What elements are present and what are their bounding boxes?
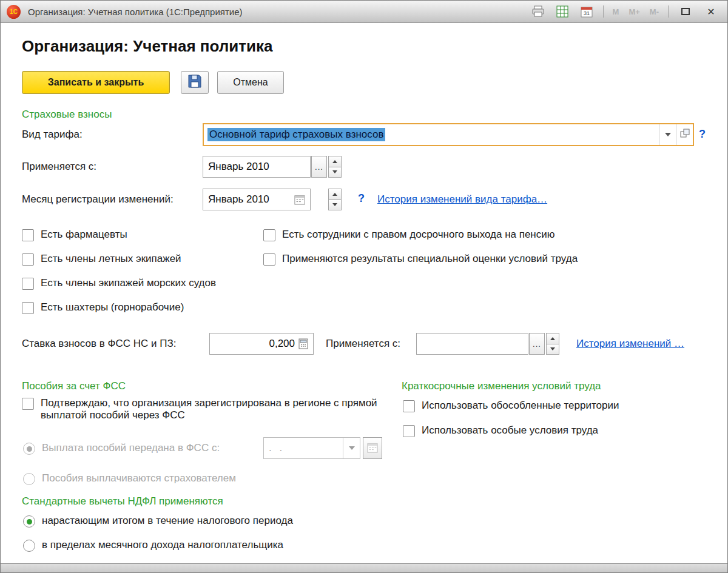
rate-history-link[interactable]: История изменений …	[576, 338, 684, 350]
checkbox-label: Использовать особые условия труда	[422, 424, 598, 437]
maximize-button[interactable]	[675, 4, 696, 19]
checkbox-special-work-conditions[interactable]: Использовать особые условия труда	[403, 424, 598, 437]
save-floppy-icon	[187, 74, 202, 91]
section-ndfl-title: Стандартные вычеты НДФЛ применяются	[22, 495, 223, 508]
fss-rate-input[interactable]: 0,200	[209, 333, 314, 355]
window-bottom-frame	[1, 563, 727, 572]
checkbox-icon	[403, 400, 415, 412]
maximize-icon	[681, 8, 690, 15]
applies-from-more-button[interactable]: ...	[311, 156, 327, 178]
arrow-up-icon	[550, 337, 555, 340]
memory-mminus-button[interactable]: M-	[647, 7, 661, 16]
form-body: Организация: Учетная политика Записать и…	[1, 24, 727, 563]
page-title: Организация: Учетная политика	[22, 37, 272, 56]
arrow-down-icon	[332, 170, 337, 173]
arrow-up-icon	[332, 193, 337, 196]
window-title: Организация: Учетная политика (1С:Предпр…	[28, 7, 242, 17]
reg-month-input[interactable]: Январь 2010	[203, 189, 311, 210]
radio-icon	[23, 473, 35, 485]
tariff-open-button[interactable]	[676, 124, 693, 145]
tariff-type-label: Вид тарифа:	[22, 123, 83, 146]
reg-month-value: Январь 2010	[208, 193, 291, 206]
tariff-type-value-area[interactable]: Основной тариф страховых взносов	[204, 124, 659, 145]
checkbox-icon	[403, 425, 415, 437]
radio-label: нарастающим итогом в течение налогового …	[42, 515, 293, 527]
checkbox-sea-crews[interactable]: Есть члены экипажей морских судов	[22, 277, 216, 290]
titlebar: 1С Организация: Учетная политика (1С:Пре…	[1, 1, 727, 23]
checkbox-miners[interactable]: Есть шахтеры (горнорабочие)	[22, 301, 184, 314]
checkbox-icon	[22, 229, 34, 241]
section-short-term-title: Краткосрочные изменения условий труда	[402, 380, 601, 392]
spinner-up-button[interactable]	[328, 156, 342, 167]
applies-from-spinner[interactable]	[328, 156, 342, 178]
radio-benefits-by-insurer: Пособия выплачиваются страхователем	[23, 472, 236, 485]
reg-month-help-button[interactable]: ?	[358, 192, 365, 205]
fss-applies-input[interactable]	[416, 333, 528, 355]
app-window: 1С Организация: Учетная политика (1С:Пре…	[0, 0, 728, 573]
radio-ndfl-cumulative[interactable]: нарастающим итогом в течение налогового …	[23, 515, 293, 528]
fss-rate-label: Ставка взносов в ФСС НС и ПЗ:	[22, 333, 176, 355]
save-and-close-button[interactable]: Записать и закрыть	[22, 71, 170, 94]
checkbox-flight-crews[interactable]: Есть члены летных экипажей	[22, 253, 181, 266]
checkbox-icon	[22, 398, 34, 410]
benefits-date-placeholder: . .	[269, 442, 339, 454]
checkbox-direct-payments-confirm[interactable]: Подтверждаю, что организация зарегистрир…	[22, 397, 386, 421]
calendar-picker-icon	[367, 442, 378, 455]
spinner-up-button[interactable]	[328, 189, 342, 200]
cancel-button[interactable]: Отмена	[217, 71, 284, 94]
benefits-date-dropdown-button	[343, 438, 360, 458]
titlebar-separator	[603, 5, 604, 18]
print-icon[interactable]	[528, 4, 548, 20]
tariff-help-button[interactable]: ?	[699, 128, 706, 141]
spreadsheet-icon[interactable]	[553, 4, 572, 20]
spinner-down-button[interactable]	[328, 200, 342, 211]
save-button[interactable]	[181, 71, 209, 94]
tariff-type-selected-text: Основной тариф страховых взносов	[207, 128, 385, 141]
checkbox-label: Есть члены экипажей морских судов	[41, 277, 216, 289]
checkbox-label: Использовать обособленные территории	[422, 400, 619, 412]
spinner-up-button[interactable]	[546, 333, 559, 344]
memory-mplus-button[interactable]: M+	[626, 7, 642, 16]
radio-label: Пособия выплачиваются страхователем	[42, 472, 236, 484]
checkbox-label: Подтверждаю, что организация зарегистрир…	[41, 397, 386, 421]
radio-icon	[23, 443, 35, 455]
tariff-dropdown-button[interactable]	[659, 124, 676, 145]
tariff-type-combobox[interactable]: Основной тариф страховых взносов	[203, 123, 694, 146]
radio-ndfl-monthly-limit[interactable]: в пределах месячного дохода налогоплател…	[23, 539, 283, 552]
calendar-icon[interactable]: 31	[577, 4, 596, 20]
checkbox-icon	[263, 229, 275, 241]
fss-applies-more-button[interactable]: ...	[529, 333, 545, 355]
radio-label: Выплата пособий передана в ФСС с:	[42, 442, 220, 454]
arrow-down-icon	[550, 347, 555, 350]
checkbox-label: Есть фармацевты	[41, 229, 127, 241]
tariff-history-link[interactable]: История изменений вида тарифа…	[377, 193, 547, 206]
benefits-date-calendar-button	[363, 437, 382, 459]
radio-benefits-to-fss: Выплата пособий передана в ФСС с:	[23, 442, 220, 455]
spinner-down-button[interactable]	[546, 344, 559, 355]
checkbox-special-assessment[interactable]: Применяются результаты специальной оценк…	[263, 253, 578, 266]
1c-logo-icon: 1С	[7, 5, 21, 19]
applies-from-value: Январь 2010	[208, 161, 305, 173]
fss-applies-spinner[interactable]	[546, 333, 559, 355]
arrow-down-icon	[332, 203, 337, 206]
section-insurance-title: Страховые взносы	[22, 109, 112, 121]
radio-label: в пределах месячного дохода налогоплател…	[42, 539, 283, 551]
reg-month-spinner[interactable]	[328, 189, 342, 210]
checkbox-icon	[22, 253, 34, 266]
applies-from-input[interactable]: Январь 2010	[203, 156, 311, 178]
chevron-down-icon	[349, 446, 355, 450]
fss-applies-label: Применяется с:	[326, 333, 400, 355]
calculator-icon[interactable]	[298, 338, 308, 349]
open-list-icon	[679, 128, 690, 141]
reg-month-label: Месяц регистрации изменений:	[22, 189, 174, 210]
chevron-down-icon	[665, 133, 671, 136]
radio-icon	[23, 540, 35, 552]
spinner-down-button[interactable]	[328, 167, 342, 178]
calendar-picker-icon[interactable]	[294, 194, 305, 205]
checkbox-early-retirement[interactable]: Есть сотрудники с правом досрочного выхо…	[263, 229, 555, 241]
checkbox-separate-territories[interactable]: Использовать обособленные территории	[403, 400, 619, 412]
checkbox-pharmacists[interactable]: Есть фармацевты	[22, 229, 127, 241]
close-button[interactable]: ✕	[701, 4, 721, 19]
checkbox-label: Есть шахтеры (горнорабочие)	[41, 301, 184, 313]
memory-m-button[interactable]: M	[610, 7, 622, 16]
